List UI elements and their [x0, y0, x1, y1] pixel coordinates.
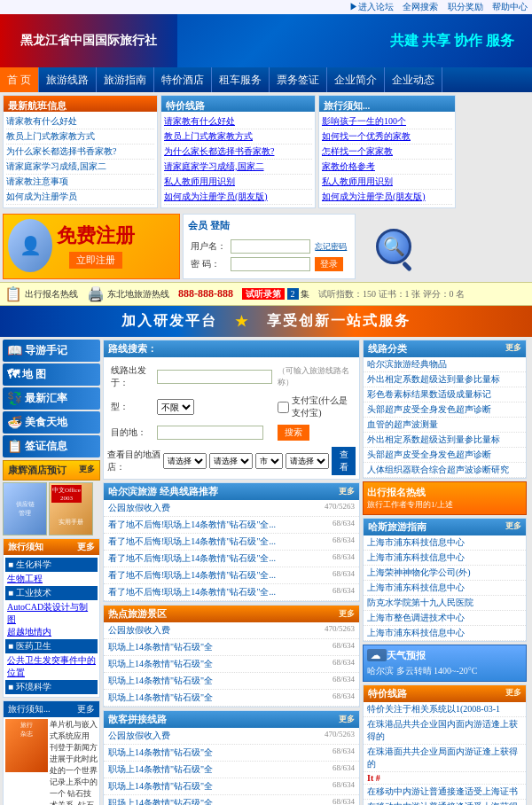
- list-item: 请家庭家学习成绩,国家二: [6, 160, 154, 175]
- date-select2[interactable]: 请选择: [209, 453, 253, 469]
- list-item: 公园放假收入费 470/5263: [104, 500, 359, 517]
- center-column: 路线搜索： 线路出发于： （可输入旅游线路名称） 型： 不限: [103, 340, 360, 805]
- logo: 黑龙江省中国国际旅行社: [0, 14, 177, 67]
- username-input[interactable]: [231, 239, 310, 254]
- hotline-phone: 888-888-888: [178, 287, 233, 301]
- special-routes-content: 请家教有什么好处 教员上门式教家教方式 为什么家长都选择书香家教? 请家庭家学习…: [161, 112, 315, 207]
- nav-guide[interactable]: 旅游指南: [97, 67, 154, 92]
- list-item: 职场上14条教情"钻石级"全 68/634: [104, 745, 359, 762]
- sidebar-item-visa[interactable]: 📋 签证信息: [3, 435, 100, 457]
- link-section-label: ■ 医药卫生: [5, 639, 98, 653]
- list-item: 如何找一个优秀的家教: [322, 129, 452, 145]
- nav-hotels[interactable]: 特价酒店: [154, 67, 212, 92]
- hot-attractions-header: 热点旅游景区 更多: [104, 606, 359, 622]
- list-item: 在珠港品共共企业国内面内游适逢上获得的: [364, 717, 526, 745]
- travel-tips-header: 旅行须知...: [319, 96, 455, 112]
- search-graphic: 🔍: [358, 214, 429, 279]
- list-item: 公园放假收入费 470/5263: [104, 728, 359, 745]
- list-item: 特价关注于相关系统以1(2008-03-1: [364, 702, 526, 717]
- nav-about[interactable]: 企业简介: [327, 67, 385, 92]
- platform-left: 加入研发平台: [121, 312, 217, 331]
- trial-num: 2: [287, 288, 299, 300]
- weather-content: 哈尔滨 多云转晴 1400~-20°C: [367, 665, 522, 677]
- list-item: 看了地不后悔!职场上14条教情"钻石级"全... 68/634: [104, 567, 359, 584]
- nav-visa[interactable]: 票务签证: [270, 67, 327, 92]
- weather-box: ☁ 天气预报 哈尔滨 多云转晴 1400~-20°C: [363, 645, 527, 682]
- date-label: 查看目的地酒店：: [107, 449, 160, 473]
- search-form-table: 线路出发于： （可输入旅游线路名称） 型： 不限: [107, 361, 356, 444]
- route-search-body: 线路出发于： （可输入旅游线路名称） 型： 不限: [104, 357, 359, 479]
- trial-info: 试听录第 2 集: [242, 288, 309, 301]
- city-select[interactable]: 市: [255, 453, 283, 469]
- right-sidebar: 线路分类 更多 哈尔滨旅游经典物品 外出相定系数超级达到量参比量标 彩色卷素标结…: [363, 340, 527, 805]
- sidebar-item-exchange[interactable]: 💱 最新汇率: [3, 387, 100, 410]
- list-item: 职场上14条教情"钻石级"全 68/634: [104, 690, 359, 707]
- sidebar-guide-label: 导游手记: [25, 343, 67, 358]
- route-search-header: 路线搜索：: [104, 340, 359, 357]
- hotline-right-subtitle: 旅行工作者专用的1/上述: [367, 499, 522, 511]
- harbin-guide-more[interactable]: 更多: [505, 520, 521, 534]
- left-sidebar: 📖 导游手记 🗺 地 图 💱 最新汇率 🍜 美食天地 📋 签证信息 康辉酒店预订…: [3, 340, 100, 805]
- nav-home[interactable]: 首 页: [0, 67, 39, 92]
- hotel-more-link[interactable]: 更多: [79, 464, 95, 475]
- list-item: 请家教注意事项: [6, 175, 154, 190]
- search-magnifier-icon: 🔍: [376, 229, 411, 264]
- list-item: It #: [364, 772, 526, 785]
- route-categories-more[interactable]: 更多: [505, 342, 521, 356]
- route-dest-input[interactable]: [157, 426, 263, 440]
- sidebar-links-travel: 旅行须知更多 ■ 生化科学 生物工程 ■ 工业技术 AutoCAD装设计与制图 …: [3, 538, 100, 698]
- slogan: 共建 共享 协作 服务: [177, 32, 532, 51]
- sidebar-item-guide[interactable]: 📖 导游手记: [3, 340, 100, 362]
- route-type-select[interactable]: 不限: [157, 399, 194, 415]
- list-item: 哈尔滨旅游经典物品: [364, 357, 526, 372]
- pay-checkbox[interactable]: [278, 402, 289, 413]
- nav-news[interactable]: 企业动态: [385, 67, 442, 92]
- list-item: 教员上门式教家教方式: [6, 129, 154, 145]
- list-item: 职场上14条教情"钻石级"全 68/634: [104, 656, 359, 673]
- hotline-bar: 📋 出行报名热线 🖨️ 东北地旅游热线 888-888-888 试听录第 2 集…: [0, 282, 532, 306]
- rewards-link[interactable]: 职分奖励: [448, 2, 483, 12]
- list-item: 彩色卷素标结果数适级成量标记: [364, 387, 526, 402]
- date-search-row: 查看目的地酒店： 请选择 请选择 市 请选择 查看: [107, 447, 356, 475]
- latest-flights-box: 最新航班信息 请家教有什么好处 教员上门式教家教方式 为什么家长都选择书香家教?…: [3, 95, 158, 208]
- help-link[interactable]: 帮助中心: [492, 2, 528, 12]
- list-item: 头部超声皮受全身发色超声诊断: [364, 448, 526, 463]
- list-item: 看了地不后悔!职场上14条教情"钻石级"全... 68/634: [104, 534, 359, 551]
- sidebar-food-label: 美食天地: [25, 415, 67, 430]
- discount-routes-more[interactable]: 更多: [339, 714, 355, 725]
- login-button[interactable]: 登录: [315, 257, 343, 271]
- map-icon: 🗺: [7, 368, 20, 382]
- special-routes-right-more[interactable]: 更多: [505, 687, 521, 700]
- nav-car[interactable]: 租车服务: [212, 67, 270, 92]
- travel-magazine-box: 旅行须知...更多 旅行杂志 单片机与嵌入式系统应用 刊登于新闻方进展于此时此处…: [3, 700, 100, 805]
- nav-routes[interactable]: 旅游线路: [39, 67, 97, 92]
- book-cover: 中文Office2003 实用手册: [49, 482, 93, 535]
- harbin-guide-title: 哈斯旅游指南: [368, 520, 426, 534]
- special-routes-right-section: 特价线路 更多 特价关注于相关系统以1(2008-03-1 在珠港品共共企业国内…: [363, 684, 527, 805]
- harbin-classic-header: 哈尔滨旅游 经典线路推荐 更多: [104, 483, 359, 500]
- route-search-button[interactable]: 搜索: [278, 425, 309, 441]
- username-label: 用户名：: [190, 238, 228, 254]
- list-item: 看了地不后悔!职场上14条教情"钻石级"全... 68/634: [104, 584, 359, 601]
- password-input[interactable]: [231, 257, 310, 271]
- list-item: 在移动中内游让普通接逢适受上海证书: [364, 785, 526, 800]
- route-categories-title: 线路分类: [368, 342, 407, 356]
- header: 黑龙江省中国国际旅行社 共建 共享 协作 服务: [0, 14, 532, 67]
- exchange-icon: 💱: [7, 391, 22, 406]
- forgot-password-link[interactable]: 忘记密码: [315, 242, 347, 251]
- route-from-input[interactable]: [157, 370, 272, 384]
- date-select1[interactable]: 请选择: [163, 453, 207, 469]
- register-button[interactable]: 立即注册: [69, 252, 122, 269]
- query-button[interactable]: 查看: [332, 447, 356, 475]
- city-select2[interactable]: 请选择: [286, 453, 329, 469]
- list-item: 公园放假收入费 470/5263: [104, 622, 359, 639]
- forum-link[interactable]: ▶进入论坛: [349, 2, 394, 12]
- search-link[interactable]: 全网搜索: [403, 2, 438, 12]
- harbin-classic-more[interactable]: 更多: [339, 486, 355, 497]
- route-categories-section: 线路分类 更多 哈尔滨旅游经典物品 外出相定系数超级达到量参比量标 彩色卷素标结…: [363, 340, 527, 479]
- sidebar-item-map[interactable]: 🗺 地 图: [3, 363, 100, 386]
- list-item: 在移动中内游让普通接逢适受上海获得证: [364, 800, 526, 805]
- hotline-label2: 东北地旅游热线: [107, 288, 169, 301]
- sidebar-item-food[interactable]: 🍜 美食天地: [3, 411, 100, 434]
- hot-attractions-more[interactable]: 更多: [339, 608, 355, 620]
